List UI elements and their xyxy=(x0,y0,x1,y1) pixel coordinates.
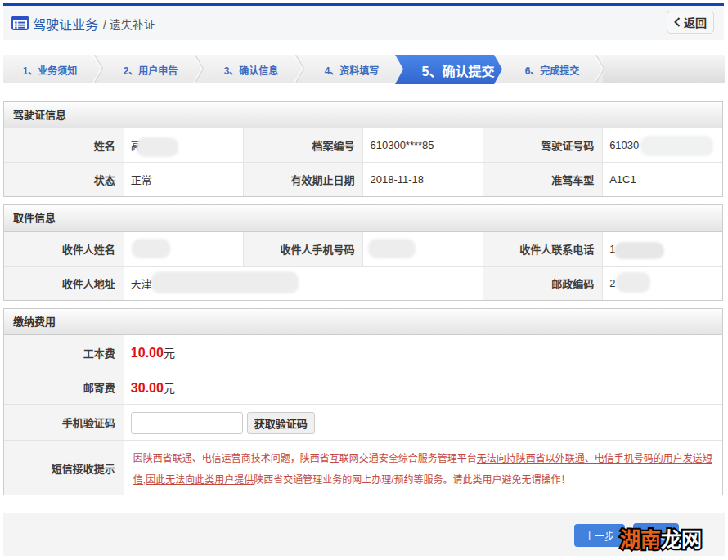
svg-text:6、完成提交: 6、完成提交 xyxy=(525,65,580,77)
svg-text:4、资料填写: 4、资料填写 xyxy=(325,65,380,77)
svg-text:龙网: 龙网 xyxy=(661,528,702,551)
svg-text:2、用户申告: 2、用户申告 xyxy=(124,65,178,77)
svg-text:3、确认信息: 3、确认信息 xyxy=(224,65,279,77)
svg-text:5、确认提交: 5、确认提交 xyxy=(422,64,495,78)
svg-text:1、业务须知: 1、业务须知 xyxy=(23,65,78,77)
svg-text:湖南: 湖南 xyxy=(620,528,661,551)
